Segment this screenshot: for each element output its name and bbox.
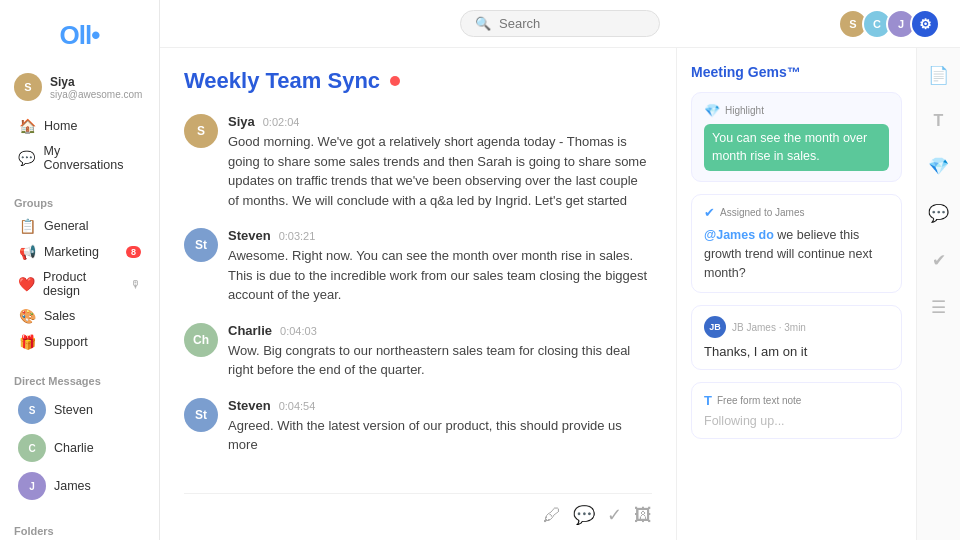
message-content: Steven 0:03:21 Awesome. Right now. You c… — [228, 228, 652, 305]
message-time: 0:02:04 — [263, 116, 300, 128]
sidebar-item-label: My Conversations — [44, 144, 141, 172]
dm-avatar: C — [18, 434, 46, 462]
message-header: Steven 0:04:54 — [228, 398, 652, 413]
list-rail-icon[interactable]: ☰ — [926, 292, 951, 323]
message-text: Wow. Big congrats to our northeastern sa… — [228, 341, 652, 380]
message-author: Steven — [228, 398, 271, 413]
product-design-icon: ❤️ — [18, 276, 35, 292]
avatar: St — [184, 228, 218, 262]
gem-assigned-tag: ✔ Assigned to James — [704, 205, 889, 220]
gem-assigned-label: Assigned to James — [720, 207, 805, 218]
support-icon: 🎁 — [18, 334, 36, 350]
gems-panel: Meeting Gems™ 💎 Highlight You can see th… — [676, 48, 916, 540]
sidebar-item-marketing[interactable]: 📢 Marketing 8 — [4, 239, 155, 265]
sidebar-item-label: General — [44, 219, 88, 233]
image-tool-icon[interactable]: 🖼 — [634, 505, 652, 526]
sidebar-item-dm-charlie[interactable]: C Charlie — [4, 429, 155, 467]
chat-header: Weekly Team Sync — [184, 68, 652, 94]
gem-assigned-text: @James do we believe this growth trend w… — [704, 226, 889, 282]
message-author: Steven — [228, 228, 271, 243]
highlight-tool-icon[interactable]: 🖊 — [543, 505, 561, 526]
highlight-gem-icon: 💎 — [704, 103, 720, 118]
avatar: S — [14, 73, 42, 101]
chat-tool-icon[interactable]: 💬 — [573, 504, 595, 526]
user-name: Siya — [50, 75, 142, 89]
gem-assigned-card: ✔ Assigned to James @James do we believe… — [691, 194, 902, 293]
search-bar[interactable]: 🔍 — [460, 10, 660, 37]
sidebar-item-label: Charlie — [54, 441, 94, 455]
message-content: Charlie 0:04:03 Wow. Big congrats to our… — [228, 323, 652, 380]
gem-reply-header: JB JB James · 3min — [704, 316, 889, 338]
sidebar-item-dm-james[interactable]: J James — [4, 467, 155, 505]
sidebar-item-general[interactable]: 📋 General — [4, 213, 155, 239]
sidebar-item-sales[interactable]: 🎨 Sales — [4, 303, 155, 329]
home-icon: 🏠 — [18, 118, 36, 134]
freetext-icon: T — [704, 393, 712, 408]
chat-rail-icon[interactable]: 💬 — [923, 198, 954, 229]
table-row: Ch Charlie 0:04:03 Wow. Big congrats to … — [184, 323, 652, 380]
message-header: Steven 0:03:21 — [228, 228, 652, 243]
sidebar-user: S Siya siya@awesome.com — [0, 67, 159, 113]
message-time: 0:04:54 — [279, 400, 316, 412]
sidebar-item-my-conversations[interactable]: 💬 My Conversations — [4, 139, 155, 177]
check-gem-icon: ✔ — [704, 205, 715, 220]
sidebar-item-support[interactable]: 🎁 Support — [4, 329, 155, 355]
gem-highlight-text: You can see the month over month rise in… — [704, 124, 889, 171]
groups-label: Groups — [0, 189, 159, 213]
table-row: St Steven 0:04:54 Agreed. With the lates… — [184, 398, 652, 455]
table-row: St Steven 0:03:21 Awesome. Right now. Yo… — [184, 228, 652, 305]
messages-list: S Siya 0:02:04 Good morning. We've got a… — [184, 114, 652, 485]
gem-freetext-card[interactable]: T Free form text note Following up... — [691, 382, 902, 439]
sidebar-item-label: Steven — [54, 403, 93, 417]
app-logo: Oll• — [0, 12, 159, 67]
general-icon: 📋 — [18, 218, 36, 234]
message-content: Steven 0:04:54 Agreed. With the latest v… — [228, 398, 652, 455]
freetext-tag: T Free form text note — [704, 393, 889, 408]
top-right-avatars: S C J ⚙ — [844, 9, 940, 39]
sidebar-item-label: Support — [44, 335, 88, 349]
gems-title: Meeting Gems™ — [691, 64, 902, 80]
sidebar-item-product-design[interactable]: ❤️ Product design 🎙 — [4, 265, 155, 303]
reply-avatar: JB — [704, 316, 726, 338]
message-author: Siya — [228, 114, 255, 129]
live-indicator — [390, 76, 400, 86]
user-email: siya@awesome.com — [50, 89, 142, 100]
message-time: 0:03:21 — [279, 230, 316, 242]
avatar: Ch — [184, 323, 218, 357]
conversations-icon: 💬 — [18, 150, 36, 166]
message-text: Awesome. Right now. You can see the mont… — [228, 246, 652, 305]
right-icon-rail: 📄 T 💎 💬 ✔ ☰ — [916, 48, 960, 540]
message-header: Charlie 0:04:03 — [228, 323, 652, 338]
sidebar-item-label: James — [54, 479, 91, 493]
avatar: St — [184, 398, 218, 432]
chat-title: Weekly Team Sync — [184, 68, 380, 94]
gem-tag: 💎 Highlight — [704, 103, 889, 118]
dm-label: Direct Messages — [0, 367, 159, 391]
text-rail-icon[interactable]: T — [929, 107, 949, 135]
chat-toolbar: 🖊 💬 ✓ 🖼 — [184, 493, 652, 540]
check-tool-icon[interactable]: ✓ — [607, 504, 622, 526]
avatar: S — [184, 114, 218, 148]
check-rail-icon[interactable]: ✔ — [927, 245, 951, 276]
sidebar-item-dm-steven[interactable]: S Steven — [4, 391, 155, 429]
message-text: Good morning. We've got a relatively sho… — [228, 132, 652, 210]
message-content: Siya 0:02:04 Good morning. We've got a r… — [228, 114, 652, 210]
sidebar-item-label: Marketing — [44, 245, 99, 259]
gem-tag-label: Highlight — [725, 105, 764, 116]
message-header: Siya 0:02:04 — [228, 114, 652, 129]
freetext-input[interactable]: Following up... — [704, 414, 889, 428]
sidebar-item-label: Sales — [44, 309, 75, 323]
chat-main: Weekly Team Sync S Siya 0:02:04 Good mor… — [160, 48, 676, 540]
chat-area: Weekly Team Sync S Siya 0:02:04 Good mor… — [160, 48, 960, 540]
gem-rail-icon[interactable]: 💎 — [923, 151, 954, 182]
table-row: S Siya 0:02:04 Good morning. We've got a… — [184, 114, 652, 210]
avatar: ⚙ — [910, 9, 940, 39]
mic-icon: 🎙 — [130, 278, 141, 290]
main-content: 🔍 S C J ⚙ Weekly Team Sync S — [160, 0, 960, 540]
reply-meta: JB James · 3min — [732, 322, 806, 333]
document-rail-icon[interactable]: 📄 — [923, 60, 954, 91]
search-input[interactable] — [499, 16, 639, 31]
sidebar-item-home[interactable]: 🏠 Home — [4, 113, 155, 139]
mention-text: @James do — [704, 228, 774, 242]
user-info: Siya siya@awesome.com — [50, 75, 142, 100]
